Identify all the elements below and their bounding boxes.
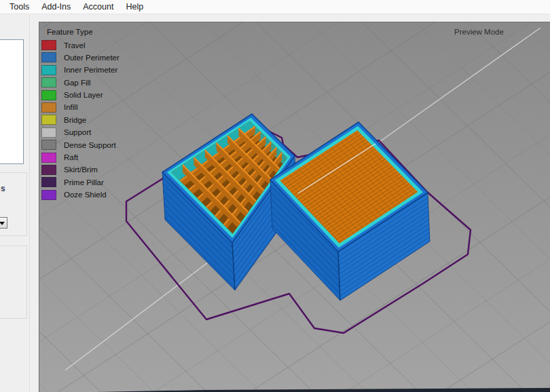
legend-row: Ooze Shield <box>41 190 120 200</box>
dropdown-button[interactable] <box>0 217 7 229</box>
legend-swatch <box>41 90 56 100</box>
feature-legend: Feature Type TravelOuter PerimeterInner … <box>41 28 120 202</box>
legend-row: Dense Support <box>41 140 120 150</box>
legend-swatch <box>41 190 56 200</box>
menubar: ToolsAdd-InsAccountHelp <box>0 0 550 14</box>
legend-row: Skirt/Brim <box>41 165 120 175</box>
legend-swatch <box>41 77 56 87</box>
legend-label: Bridge <box>64 116 86 124</box>
legend-swatch <box>41 40 56 50</box>
legend-row: Bridge <box>41 115 120 125</box>
menu-item-add-ins[interactable]: Add-Ins <box>35 1 77 13</box>
legend-label: Inner Perimeter <box>64 66 117 74</box>
legend-row: Travel <box>41 40 120 50</box>
preview-mode-label: Preview Mode <box>454 28 504 36</box>
legend-row: Gap Fill <box>41 77 120 87</box>
model-listbox[interactable] <box>0 39 24 164</box>
legend-swatch <box>41 165 56 175</box>
legend-swatch <box>41 140 56 150</box>
legend-label: Infill <box>64 103 77 111</box>
legend-row: Solid Layer <box>41 90 120 100</box>
menu-item-tools[interactable]: Tools <box>3 1 35 13</box>
viewport-canvas[interactable]: Feature Type TravelOuter PerimeterInner … <box>39 22 550 392</box>
sidebar-panel: s <box>0 15 39 392</box>
menu-item-account[interactable]: Account <box>77 1 120 13</box>
application-window: ToolsAdd-InsAccountHelp s Feature Type T… <box>0 0 550 392</box>
legend-label: Prime Pillar <box>64 178 104 187</box>
legend-row: Infill <box>41 102 120 113</box>
panel-separator <box>29 15 30 392</box>
partial-label: s <box>1 184 5 193</box>
legend-label: Outer Perimeter <box>64 54 120 62</box>
chevron-down-icon <box>0 222 5 225</box>
group-box-2 <box>0 246 27 319</box>
legend-swatch <box>41 52 56 62</box>
legend-label: Raft <box>64 153 78 161</box>
legend-swatch <box>41 153 56 163</box>
legend-label: Skirt/Brim <box>64 165 98 174</box>
legend-row: Raft <box>41 153 120 163</box>
legend-row: Inner Perimeter <box>41 65 120 75</box>
legend-swatch <box>41 102 56 113</box>
legend-row: Prime Pillar <box>41 177 120 187</box>
legend-label: Solid Layer <box>64 91 103 99</box>
legend-label: Gap Fill <box>64 79 91 87</box>
legend-swatch <box>41 115 56 125</box>
legend-swatch <box>41 128 56 138</box>
legend-row: Outer Perimeter <box>41 52 120 62</box>
legend-label: Dense Support <box>64 141 116 149</box>
menu-item-help[interactable]: Help <box>120 1 149 13</box>
legend-row: Support <box>41 128 120 138</box>
legend-swatch <box>41 177 56 187</box>
legend-label: Travel <box>64 41 86 50</box>
legend-title: Feature Type <box>47 28 120 36</box>
legend-swatch <box>41 65 56 75</box>
legend-label: Ooze Shield <box>64 191 107 199</box>
legend-label: Support <box>64 128 91 136</box>
